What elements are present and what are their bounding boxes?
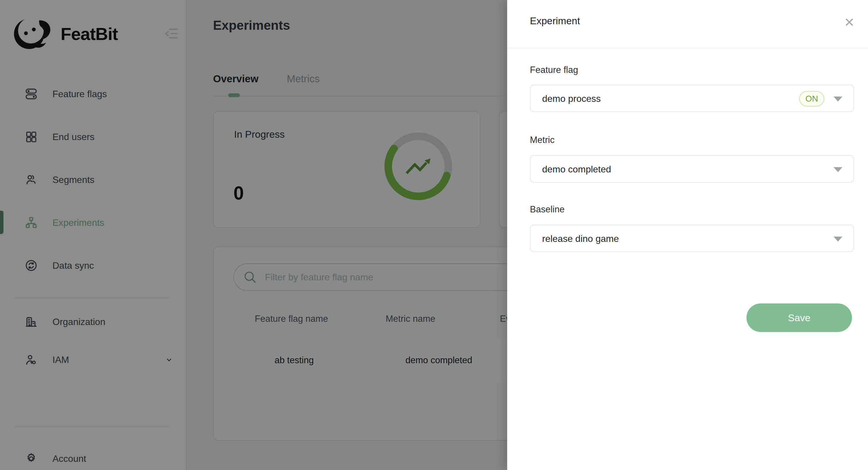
experiment-drawer: Experiment Feature flag demo process ON … bbox=[507, 0, 868, 470]
drawer-header-divider bbox=[507, 48, 868, 49]
metric-label: Metric bbox=[530, 135, 554, 145]
flag-status-badge: ON bbox=[799, 91, 824, 107]
baseline-value: release dino game bbox=[542, 233, 619, 244]
save-button[interactable]: Save bbox=[746, 303, 852, 332]
feature-flag-select[interactable]: demo process ON bbox=[530, 85, 854, 112]
feature-flag-value: demo process bbox=[542, 93, 601, 104]
baseline-label: Baseline bbox=[530, 204, 565, 215]
caret-down-icon bbox=[834, 167, 842, 172]
drawer-title: Experiment bbox=[530, 15, 580, 27]
baseline-select[interactable]: release dino game bbox=[530, 225, 854, 252]
caret-down-icon bbox=[834, 237, 842, 241]
metric-value: demo completed bbox=[542, 164, 611, 175]
feature-flag-label: Feature flag bbox=[530, 65, 578, 75]
caret-down-icon bbox=[834, 96, 842, 101]
metric-select[interactable]: demo completed bbox=[530, 155, 854, 183]
close-icon[interactable] bbox=[843, 16, 855, 28]
